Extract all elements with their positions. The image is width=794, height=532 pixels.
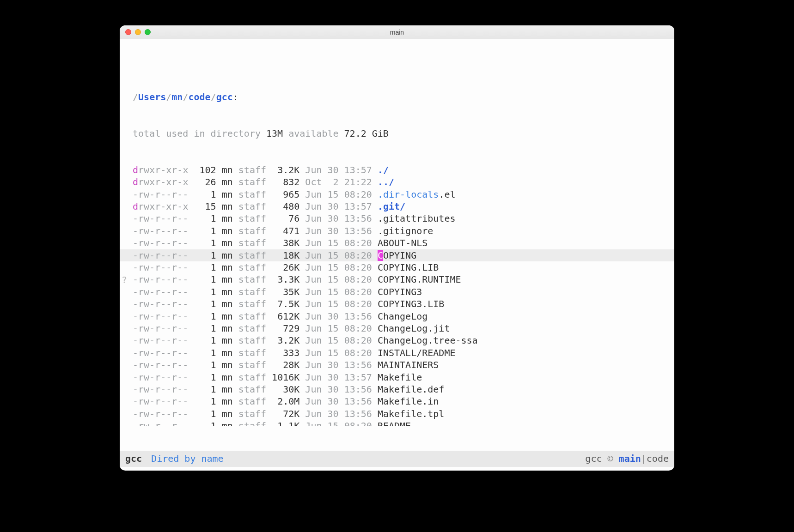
dired-entry[interactable]: drwxr-xr-x 15 mn staff 480 Jun 30 13:57 … — [120, 200, 674, 212]
dired-buffer[interactable]: ? /Users/mn/code/gcc: total used in dire… — [120, 39, 674, 451]
dired-entry[interactable]: -rw-r--r-- 1 mn staff 7.5K Jun 15 08:20 … — [120, 298, 674, 310]
dired-header: total used in directory 13M available 72… — [120, 127, 674, 139]
modeline-vc: gcc © main|code — [585, 453, 669, 464]
fringe-marker: ? — [122, 274, 127, 286]
window-controls — [125, 29, 151, 35]
window-title: main — [120, 29, 674, 36]
dired-entry[interactable]: -rw-r--r-- 1 mn staff 1.1K Jun 15 08:20 … — [120, 420, 674, 426]
dired-entry[interactable]: -rw-r--r-- 1 mn staff 1016K Jun 30 13:57… — [120, 371, 674, 383]
zoom-icon[interactable] — [145, 29, 151, 35]
dired-entry[interactable]: -rw-r--r-- 1 mn staff 35K Jun 15 08:20 C… — [120, 286, 674, 298]
dired-entry[interactable]: -rw-r--r-- 1 mn staff 965 Jun 15 08:20 .… — [120, 188, 674, 200]
dired-entry[interactable]: -rw-r--r-- 1 mn staff 38K Jun 15 08:20 A… — [120, 237, 674, 249]
dired-entry[interactable]: drwxr-xr-x 102 mn staff 3.2K Jun 30 13:5… — [120, 164, 674, 176]
titlebar: main — [120, 25, 674, 39]
modeline: gcc Dired by name gcc © main|code — [120, 451, 674, 467]
dired-entry[interactable]: -rw-r--r-- 1 mn staff 3.3K Jun 15 08:20 … — [120, 273, 674, 285]
dired-entry[interactable]: -rw-r--r-- 1 mn staff 26K Jun 15 08:20 C… — [120, 261, 674, 273]
dired-entry[interactable]: -rw-r--r-- 1 mn staff 76 Jun 30 13:56 .g… — [120, 212, 674, 224]
dired-listing: drwxr-xr-x 102 mn staff 3.2K Jun 30 13:5… — [120, 164, 674, 426]
dired-entry[interactable]: -rw-r--r-- 1 mn staff 3.2K Jun 15 08:20 … — [120, 334, 674, 346]
modeline-buffer: gcc — [125, 453, 142, 464]
dired-entry[interactable]: -rw-r--r-- 1 mn staff 2.0M Jun 30 13:56 … — [120, 395, 674, 407]
dired-entry[interactable]: -rw-r--r-- 1 mn staff 18K Jun 15 08:20 C… — [120, 249, 674, 261]
dired-path: /Users/mn/code/gcc: — [120, 91, 674, 103]
dired-entry[interactable]: -rw-r--r-- 1 mn staff 30K Jun 30 13:56 M… — [120, 383, 674, 395]
minibuffer[interactable] — [120, 467, 674, 471]
dired-entry[interactable]: -rw-r--r-- 1 mn staff 72K Jun 30 13:56 M… — [120, 408, 674, 420]
minimize-icon[interactable] — [135, 29, 141, 35]
dired-entry[interactable]: -rw-r--r-- 1 mn staff 729 Jun 15 08:20 C… — [120, 322, 674, 334]
close-icon[interactable] — [125, 29, 131, 35]
dired-entry[interactable]: -rw-r--r-- 1 mn staff 471 Jun 30 13:56 .… — [120, 225, 674, 237]
dired-entry[interactable]: drwxr-xr-x 26 mn staff 832 Oct 2 21:22 .… — [120, 176, 674, 188]
dired-entry[interactable]: -rw-r--r-- 1 mn staff 612K Jun 30 13:56 … — [120, 310, 674, 322]
fringe: ? — [120, 39, 130, 451]
dired-entry[interactable]: -rw-r--r-- 1 mn staff 333 Jun 15 08:20 I… — [120, 347, 674, 359]
dired-entry[interactable]: -rw-r--r-- 1 mn staff 28K Jun 30 13:56 M… — [120, 359, 674, 371]
modeline-mode: Dired by name — [151, 453, 224, 464]
emacs-window: main ? /Users/mn/code/gcc: total used in… — [120, 25, 674, 471]
